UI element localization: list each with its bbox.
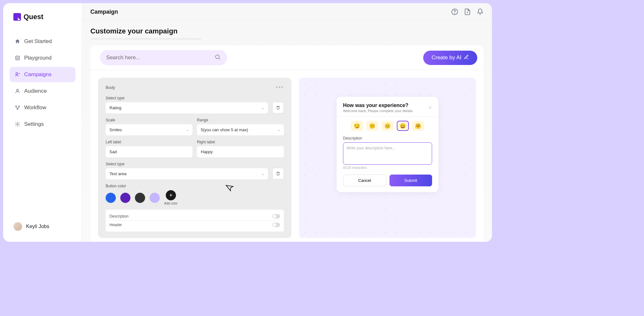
emoji-4[interactable]: 😄 [397,121,409,131]
logo: Quest [10,10,75,27]
avatar [13,222,22,231]
sidebar-item-label: Campaigns [24,71,52,78]
emoji-row: 😏 😕 😐 😄 🤗 [343,121,432,131]
nav: Get Started Playground Campaigns Audienc… [10,34,75,132]
svg-point-5 [16,73,18,75]
sidebar-item-playground[interactable]: Playground [10,50,75,66]
sidebar-item-campaigns[interactable]: Campaigns [10,67,75,82]
gear-icon [15,121,20,127]
search-input[interactable] [106,54,214,61]
chevron-down-icon: ⌄ [262,172,264,176]
page-title: Customize your campaign [90,27,484,35]
create-by-ai-button[interactable]: Create by AI [423,51,477,65]
field-label: Button color [106,184,284,188]
star-file-icon[interactable] [464,8,471,15]
submit-button[interactable]: Submit [389,175,432,186]
user-plus-icon [15,72,20,77]
topbar-title: Campaign [90,9,118,15]
svg-point-9 [17,109,18,110]
more-icon[interactable]: ••• [276,84,284,91]
svg-rect-0 [16,56,19,60]
field-label: Select type [106,162,268,166]
preview-textarea[interactable]: Write your description here... [343,142,432,165]
field-label: Scale [106,118,192,122]
sidebar-item-workflow[interactable]: Workflow [10,100,75,115]
cancel-button[interactable]: Cancel [343,175,386,186]
chevron-down-icon: ⌄ [277,128,280,132]
sidebar: Quest Get Started Playground Campaigns [3,3,82,242]
field-label: Select type [106,96,268,100]
field-label: Range [197,118,284,122]
svg-point-12 [455,13,455,13]
add-color-button[interactable]: + [166,190,176,200]
toggle[interactable] [272,223,280,227]
delete-button[interactable] [272,168,284,179]
svg-point-10 [17,124,18,125]
logo-text: Quest [24,13,43,21]
close-icon[interactable]: ✕ [428,105,432,110]
toggle[interactable] [272,214,280,219]
preview-card: How was your experience? Welcome back, P… [337,97,438,192]
emoji-5[interactable]: 🤗 [412,121,424,131]
emoji-2[interactable]: 😕 [366,121,378,131]
search-box[interactable] [100,50,227,65]
search-icon [214,54,221,61]
left-label-input[interactable]: Sad [106,146,192,157]
sidebar-item-label: Get Started [24,38,52,45]
panel-section-title: Body [106,85,115,90]
right-label-input[interactable]: Happy [197,146,284,157]
home-icon [15,39,20,44]
help-icon[interactable] [451,8,458,15]
svg-point-13 [215,55,219,59]
preview-title: How was your experience? [343,103,413,108]
color-swatch-lavender[interactable] [150,193,160,203]
topbar: Campaign [82,3,492,21]
svg-point-7 [16,106,17,107]
field-label: Right label [197,140,284,144]
svg-point-2 [18,57,19,58]
user-name: Keyli Jobs [26,224,49,229]
emoji-3[interactable]: 😐 [382,121,394,131]
svg-point-4 [18,59,19,59]
preview-panel: How was your experience? Welcome back, P… [299,78,476,238]
logo-icon [13,13,21,21]
color-swatch-blue[interactable] [106,193,116,203]
user-icon [15,88,20,94]
preview-desc-label: Descripiton [343,136,432,140]
grid-icon [15,55,20,61]
sidebar-item-settings[interactable]: Settings [10,117,75,132]
svg-point-3 [17,59,17,59]
preview-subtitle: Welcome back, Please complete your detai… [343,109,413,113]
emoji-1[interactable]: 😏 [351,121,363,131]
branch-icon [15,105,20,111]
select-type-rating[interactable]: Rating ⌄ [106,102,268,113]
toolbar: Create by AI [90,46,484,70]
bell-icon[interactable] [477,8,484,15]
svg-point-8 [18,106,19,107]
builder-panel: Body ••• Select type Rating ⌄ [98,78,291,238]
color-swatch-purple[interactable] [120,193,130,203]
chevron-down-icon: ⌄ [186,128,189,132]
select-range[interactable]: 5(you can show 5 at max) ⌄ [197,124,284,135]
user-row[interactable]: Keyli Jobs [10,218,75,235]
sidebar-item-label: Workflow [24,104,46,111]
sidebar-item-label: Audience [24,88,47,94]
add-color-label: Add color [164,202,178,205]
color-swatch-black[interactable] [135,193,145,203]
field-label: Left label [106,140,192,144]
delete-button[interactable] [272,102,284,113]
char-count: 0/120 characters [343,166,432,169]
accordion-header[interactable]: Header [109,221,280,229]
divider [337,117,438,117]
progress-bar [90,38,202,40]
sidebar-item-get-started[interactable]: Get Started [10,34,75,49]
pencil-icon [464,54,469,61]
select-scale[interactable]: Smiles ⌄ [106,124,192,135]
svg-point-6 [17,89,18,91]
select-type-textarea[interactable]: Text area ⌄ [106,168,268,179]
sidebar-item-audience[interactable]: Audience [10,83,75,99]
accordion-description[interactable]: Description [109,212,280,221]
svg-point-1 [17,57,17,58]
sidebar-item-label: Playground [24,55,52,61]
main: Campaign Customize your campaign [82,3,492,242]
